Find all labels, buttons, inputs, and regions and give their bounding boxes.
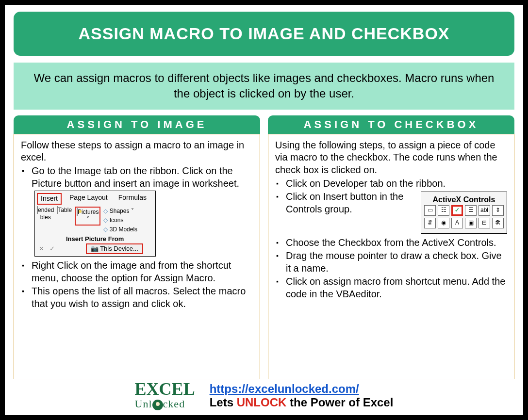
footer-text: https://excelunlocked.com/ Lets UNLOCK t… xyxy=(210,382,394,409)
right-step3: Choose the Checkbox from the ActiveX Con… xyxy=(286,237,507,249)
ax-more-icon: 🛠 xyxy=(492,218,504,228)
picture-icon xyxy=(77,208,78,216)
ax-spin-icon: ⇵ xyxy=(424,218,436,228)
right-step2-text: Click on Insert button in the Controls g… xyxy=(286,191,413,215)
lock-icon xyxy=(152,400,163,410)
right-lead: Using the following steps, to assign a p… xyxy=(275,139,507,177)
left-lead: Follow these steps to assign a macro to … xyxy=(21,139,253,164)
activex-screenshot: ActiveX Controls ▭ ☷ ✓ ☰ abl ⇕ xyxy=(421,192,507,233)
excel-unlocked-logo: EXCEL Unlcked xyxy=(135,381,195,410)
page-layout-tab: Page Layout xyxy=(66,193,111,205)
ax-option-icon: ◉ xyxy=(438,218,449,228)
right-step1: Click on Developer tab on the ribbon. xyxy=(286,178,507,190)
left-step1-text: Go to the Image tab on the ribbon. Click… xyxy=(32,165,239,189)
ax-combo-icon: ☷ xyxy=(438,205,449,216)
right-step5: Click on assign macro from shortcut menu… xyxy=(286,275,507,300)
ax-image-icon: ▣ xyxy=(465,218,477,228)
insert-tab: Insert xyxy=(37,193,62,205)
right-header: ASSIGN TO CHECKBOX xyxy=(268,115,514,134)
ax-scroll-icon: ⇕ xyxy=(492,205,504,216)
ax-checkbox-icon: ✓ xyxy=(451,205,463,216)
ax-button-icon: ▭ xyxy=(424,205,436,216)
left-header: ASSIGN TO IMAGE xyxy=(14,115,260,134)
left-body: Follow these steps to assign a macro to … xyxy=(14,134,260,379)
recommended-fragment: endedbles xyxy=(37,207,54,222)
left-step2: Right Click on the image and from the sh… xyxy=(32,259,253,284)
footer: EXCEL Unlcked https://excelunlocked.com/… xyxy=(14,379,514,410)
ribbon-screenshot: Insert Page Layout Formulas endedbles xyxy=(34,191,156,257)
shapes-list: Shapes ˅ Icons 3D Models xyxy=(103,207,137,235)
columns: ASSIGN TO IMAGE Follow these steps to as… xyxy=(14,115,514,379)
footer-link[interactable]: https://excelunlocked.com/ xyxy=(210,382,359,395)
ax-list-icon: ☰ xyxy=(465,205,477,216)
ax-toggle-icon: ⊟ xyxy=(478,218,490,228)
right-step4: Drag the mouse pointer to draw a check b… xyxy=(286,250,507,275)
insert-from-label: Insert Picture From xyxy=(66,235,124,242)
page: ASSIGN MACRO TO IMAGE AND CHECKBOX We ca… xyxy=(5,5,523,415)
title-bar: ASSIGN MACRO TO IMAGE AND CHECKBOX xyxy=(14,12,514,56)
pictures-button: Pictures˅ xyxy=(75,207,100,226)
right-column: ASSIGN TO CHECKBOX Using the following s… xyxy=(268,115,514,379)
formulas-tab: Formulas xyxy=(116,193,149,205)
right-body: Using the following steps, to assign a p… xyxy=(268,134,514,379)
intro-box: We can assign macros to different object… xyxy=(14,63,514,110)
right-step2: Click on Insert button in the Controls g… xyxy=(286,191,507,235)
activex-title: ActiveX Controls xyxy=(433,195,495,204)
this-device-option: 📷 This Device... xyxy=(86,243,143,255)
ax-label-icon: A xyxy=(451,218,463,228)
left-step3: This opens the list of all macros. Selec… xyxy=(32,285,253,310)
left-column: ASSIGN TO IMAGE Follow these steps to as… xyxy=(14,115,260,379)
table-button: Table xyxy=(57,207,72,214)
left-step1: Go to the Image tab on the ribbon. Click… xyxy=(32,165,253,258)
ax-text-icon: abl xyxy=(478,205,490,216)
